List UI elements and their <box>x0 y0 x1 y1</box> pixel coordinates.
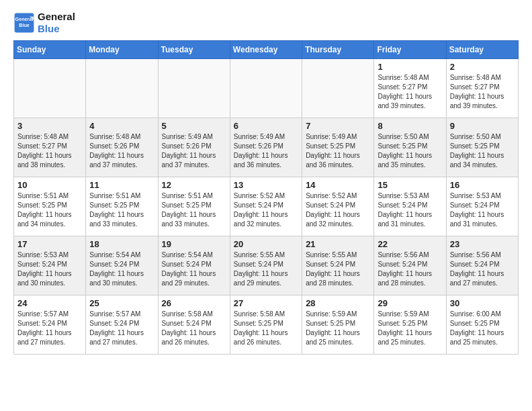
day-info: Sunrise: 5:53 AM Sunset: 5:24 PM Dayligh… <box>17 250 82 288</box>
day-number: 24 <box>17 298 82 308</box>
day-info: Sunrise: 5:59 AM Sunset: 5:25 PM Dayligh… <box>306 310 370 347</box>
header-cell-tuesday: Tuesday <box>158 41 230 59</box>
day-info: Sunrise: 5:53 AM Sunset: 5:24 PM Dayligh… <box>450 191 515 229</box>
header-cell-wednesday: Wednesday <box>230 41 302 59</box>
day-cell: 19Sunrise: 5:54 AM Sunset: 5:24 PM Dayli… <box>158 236 230 295</box>
day-number: 10 <box>17 180 82 190</box>
day-number: 23 <box>450 239 515 249</box>
day-number: 16 <box>450 180 515 190</box>
day-number: 14 <box>306 180 370 190</box>
day-cell: 14Sunrise: 5:52 AM Sunset: 5:24 PM Dayli… <box>302 177 374 236</box>
header-cell-monday: Monday <box>86 41 158 59</box>
day-info: Sunrise: 5:55 AM Sunset: 5:24 PM Dayligh… <box>234 250 298 288</box>
day-number: 15 <box>378 180 442 190</box>
day-number: 21 <box>306 239 370 249</box>
day-info: Sunrise: 5:48 AM Sunset: 5:27 PM Dayligh… <box>450 73 515 111</box>
day-number: 18 <box>89 239 154 249</box>
day-info: Sunrise: 5:52 AM Sunset: 5:24 PM Dayligh… <box>306 191 370 229</box>
day-cell: 7Sunrise: 5:49 AM Sunset: 5:25 PM Daylig… <box>302 118 374 177</box>
day-number: 4 <box>89 121 154 131</box>
day-info: Sunrise: 5:49 AM Sunset: 5:25 PM Dayligh… <box>306 132 370 170</box>
day-cell: 27Sunrise: 5:58 AM Sunset: 5:25 PM Dayli… <box>230 295 302 355</box>
day-number: 30 <box>450 298 515 308</box>
day-info: Sunrise: 5:51 AM Sunset: 5:25 PM Dayligh… <box>17 191 82 229</box>
day-info: Sunrise: 5:49 AM Sunset: 5:26 PM Dayligh… <box>234 132 298 170</box>
day-number: 13 <box>234 180 298 190</box>
day-cell: 3Sunrise: 5:48 AM Sunset: 5:27 PM Daylig… <box>14 118 86 177</box>
logo: General Blue General Blue <box>13 11 75 35</box>
day-cell: 2Sunrise: 5:48 AM Sunset: 5:27 PM Daylig… <box>446 59 518 118</box>
day-number: 6 <box>234 121 298 131</box>
day-info: Sunrise: 5:54 AM Sunset: 5:24 PM Dayligh… <box>89 250 154 288</box>
day-info: Sunrise: 5:50 AM Sunset: 5:25 PM Dayligh… <box>378 132 442 170</box>
day-number: 20 <box>234 239 298 249</box>
day-info: Sunrise: 5:56 AM Sunset: 5:24 PM Dayligh… <box>378 250 442 288</box>
day-number: 29 <box>378 298 442 308</box>
day-cell: 18Sunrise: 5:54 AM Sunset: 5:24 PM Dayli… <box>86 236 158 295</box>
day-cell <box>230 59 302 118</box>
day-cell: 30Sunrise: 6:00 AM Sunset: 5:25 PM Dayli… <box>446 295 518 355</box>
week-row-4: 24Sunrise: 5:57 AM Sunset: 5:24 PM Dayli… <box>14 295 519 355</box>
day-number: 9 <box>450 121 515 131</box>
day-number: 2 <box>450 62 515 72</box>
day-info: Sunrise: 5:57 AM Sunset: 5:24 PM Dayligh… <box>17 310 82 347</box>
header-cell-sunday: Sunday <box>14 41 86 59</box>
day-cell: 24Sunrise: 5:57 AM Sunset: 5:24 PM Dayli… <box>14 295 86 355</box>
day-info: Sunrise: 5:51 AM Sunset: 5:25 PM Dayligh… <box>162 191 226 229</box>
day-cell: 17Sunrise: 5:53 AM Sunset: 5:24 PM Dayli… <box>14 236 86 295</box>
day-cell: 12Sunrise: 5:51 AM Sunset: 5:25 PM Dayli… <box>158 177 230 236</box>
day-info: Sunrise: 5:52 AM Sunset: 5:24 PM Dayligh… <box>234 191 298 229</box>
day-cell: 26Sunrise: 5:58 AM Sunset: 5:24 PM Dayli… <box>158 295 230 355</box>
svg-text:Blue: Blue <box>19 22 30 28</box>
day-cell: 10Sunrise: 5:51 AM Sunset: 5:25 PM Dayli… <box>14 177 86 236</box>
day-number: 17 <box>17 239 82 249</box>
day-cell: 4Sunrise: 5:48 AM Sunset: 5:26 PM Daylig… <box>86 118 158 177</box>
day-info: Sunrise: 5:59 AM Sunset: 5:25 PM Dayligh… <box>378 310 442 347</box>
week-row-0: 1Sunrise: 5:48 AM Sunset: 5:27 PM Daylig… <box>14 59 519 118</box>
day-cell: 6Sunrise: 5:49 AM Sunset: 5:26 PM Daylig… <box>230 118 302 177</box>
day-cell <box>158 59 230 118</box>
day-cell: 8Sunrise: 5:50 AM Sunset: 5:25 PM Daylig… <box>374 118 446 177</box>
day-cell: 16Sunrise: 5:53 AM Sunset: 5:24 PM Dayli… <box>446 177 518 236</box>
week-row-3: 17Sunrise: 5:53 AM Sunset: 5:24 PM Dayli… <box>14 236 519 295</box>
day-info: Sunrise: 5:48 AM Sunset: 5:26 PM Dayligh… <box>89 132 154 170</box>
day-cell: 1Sunrise: 5:48 AM Sunset: 5:27 PM Daylig… <box>374 59 446 118</box>
header-cell-friday: Friday <box>374 41 446 59</box>
day-number: 7 <box>306 121 370 131</box>
header-cell-thursday: Thursday <box>302 41 374 59</box>
logo-icon: General Blue <box>13 12 35 34</box>
day-number: 1 <box>378 62 442 72</box>
day-number: 11 <box>89 180 154 190</box>
day-cell <box>86 59 158 118</box>
day-number: 25 <box>89 298 154 308</box>
day-cell: 21Sunrise: 5:55 AM Sunset: 5:24 PM Dayli… <box>302 236 374 295</box>
logo-text: General Blue <box>38 11 75 35</box>
day-cell: 20Sunrise: 5:55 AM Sunset: 5:24 PM Dayli… <box>230 236 302 295</box>
day-number: 19 <box>162 239 226 249</box>
day-cell: 29Sunrise: 5:59 AM Sunset: 5:25 PM Dayli… <box>374 295 446 355</box>
day-info: Sunrise: 5:51 AM Sunset: 5:25 PM Dayligh… <box>89 191 154 229</box>
day-info: Sunrise: 5:57 AM Sunset: 5:24 PM Dayligh… <box>89 310 154 347</box>
header-cell-saturday: Saturday <box>446 41 518 59</box>
day-cell: 28Sunrise: 5:59 AM Sunset: 5:25 PM Dayli… <box>302 295 374 355</box>
day-cell: 9Sunrise: 5:50 AM Sunset: 5:25 PM Daylig… <box>446 118 518 177</box>
day-number: 12 <box>162 180 226 190</box>
day-number: 26 <box>162 298 226 308</box>
day-cell: 5Sunrise: 5:49 AM Sunset: 5:26 PM Daylig… <box>158 118 230 177</box>
day-cell <box>302 59 374 118</box>
day-info: Sunrise: 5:48 AM Sunset: 5:27 PM Dayligh… <box>378 73 442 111</box>
day-cell: 23Sunrise: 5:56 AM Sunset: 5:24 PM Dayli… <box>446 236 518 295</box>
day-number: 8 <box>378 121 442 131</box>
day-number: 22 <box>378 239 442 249</box>
page-container: General Blue General Blue SundayMondayTu… <box>13 11 519 355</box>
header-row: SundayMondayTuesdayWednesdayThursdayFrid… <box>14 41 519 59</box>
day-info: Sunrise: 5:53 AM Sunset: 5:24 PM Dayligh… <box>378 191 442 229</box>
calendar-body: 1Sunrise: 5:48 AM Sunset: 5:27 PM Daylig… <box>14 59 519 355</box>
day-info: Sunrise: 5:49 AM Sunset: 5:26 PM Dayligh… <box>162 132 226 170</box>
day-cell: 25Sunrise: 5:57 AM Sunset: 5:24 PM Dayli… <box>86 295 158 355</box>
day-info: Sunrise: 6:00 AM Sunset: 5:25 PM Dayligh… <box>450 310 515 347</box>
calendar-table: SundayMondayTuesdayWednesdayThursdayFrid… <box>13 40 519 355</box>
day-info: Sunrise: 5:54 AM Sunset: 5:24 PM Dayligh… <box>162 250 226 288</box>
day-cell: 11Sunrise: 5:51 AM Sunset: 5:25 PM Dayli… <box>86 177 158 236</box>
header: General Blue General Blue <box>13 11 519 35</box>
